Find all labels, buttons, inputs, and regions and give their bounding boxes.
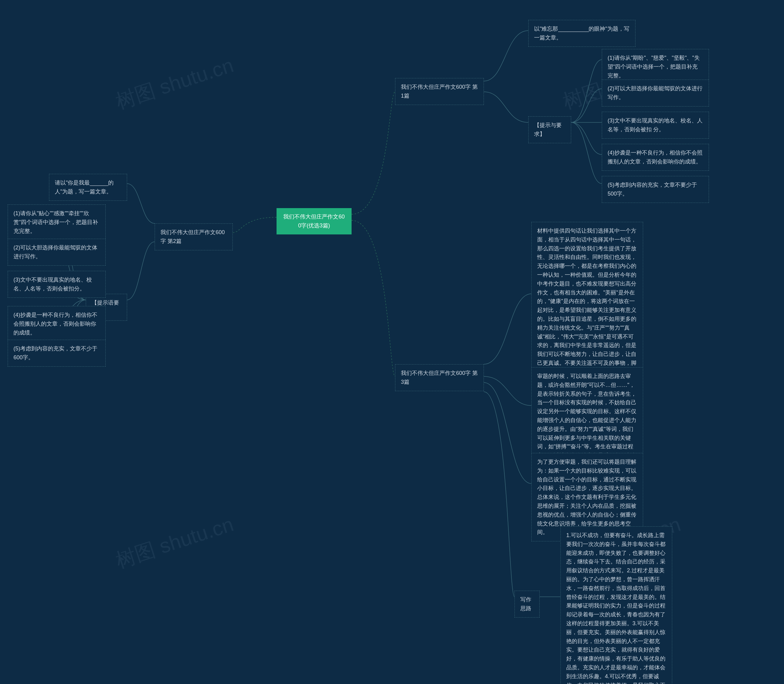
root-text-line1: 我们不伟大但庄严作文60 xyxy=(282,212,346,221)
section-3-ideas[interactable]: 1.可以不成功，但要有奋斗。成长路上需要我们一次次的奋斗，虽并非每次奋斗都能迎来… xyxy=(561,526,672,684)
section-1-topic[interactable]: 以"难忘那__________的眼神"为题，写一篇文章。 xyxy=(528,20,635,47)
watermark: 树图 shutu.cn xyxy=(111,49,238,118)
section-2-req-4[interactable]: (4)抄袭是一种不良行为，相信你不会照搬别人的文章，否则会影响你的成绩。 xyxy=(8,306,106,342)
section-1-title[interactable]: 我们不伟大但庄严作文600字 第1篇 xyxy=(395,78,484,105)
section-2-req-1[interactable]: (1)请你从"贴心""感激""牵挂""欣赏"四个词语中选择一个，把题目补充完整。 xyxy=(8,205,106,240)
mind-map-canvas: { "root": {"line1": "我们不伟大但庄严作文60", "lin… xyxy=(0,0,784,684)
section-1-req-2[interactable]: (2)可以大胆选择你最能驾驭的文体进行写作。 xyxy=(602,79,709,106)
section-2-req-3[interactable]: (3)文中不要出现真实的地名、校名、人名等，否则会被扣分。 xyxy=(8,271,106,298)
section-3-ideas-label[interactable]: 写作思路 xyxy=(514,590,540,618)
watermark: 树图 shutu.cn xyxy=(111,508,238,577)
section-2-topic[interactable]: 请以"你是我最______的人"为题，写一篇文章。 xyxy=(49,174,127,201)
section-2-title[interactable]: 我们不伟大但庄严作文600字 第2篇 xyxy=(155,223,233,250)
section-1-req-5[interactable]: (5)考虑到内容的充实，文章不要少于500字。 xyxy=(602,176,709,203)
root-text-line2: 0字(优选3篇) xyxy=(282,221,346,230)
section-1-req-3[interactable]: (3)文中不要出现真实的地名、校名、人名等，否则会被扣 分。 xyxy=(602,112,709,139)
section-1-req-label[interactable]: 【提示与要求】 xyxy=(528,116,571,143)
section-3-para-1[interactable]: 材料中提供四句话让我们选择其中一个方面，相当于从四句话中选择其中一句话，那么四选… xyxy=(531,222,643,390)
section-2-req-5[interactable]: (5)考虑到内容的充实，文章不少于600字。 xyxy=(8,340,106,367)
section-3-title[interactable]: 我们不伟大但庄严作文600字 第3篇 xyxy=(395,364,484,391)
root-node[interactable]: 我们不伟大但庄严作文60 0字(优选3篇) xyxy=(276,208,352,234)
section-1-req-1[interactable]: (1)请你从"期盼"、"慈爱"、"坚毅"、"失望"四个词语中选择一个，把题目补充… xyxy=(602,49,709,84)
section-1-req-4[interactable]: (4)抄袭是一种不良行为，相信你不会照搬别人的文章，否则会影响你的成绩。 xyxy=(602,144,709,171)
section-2-req-2[interactable]: (2)可以大胆选择你最能驾驭的文体进行写作。 xyxy=(8,239,106,266)
